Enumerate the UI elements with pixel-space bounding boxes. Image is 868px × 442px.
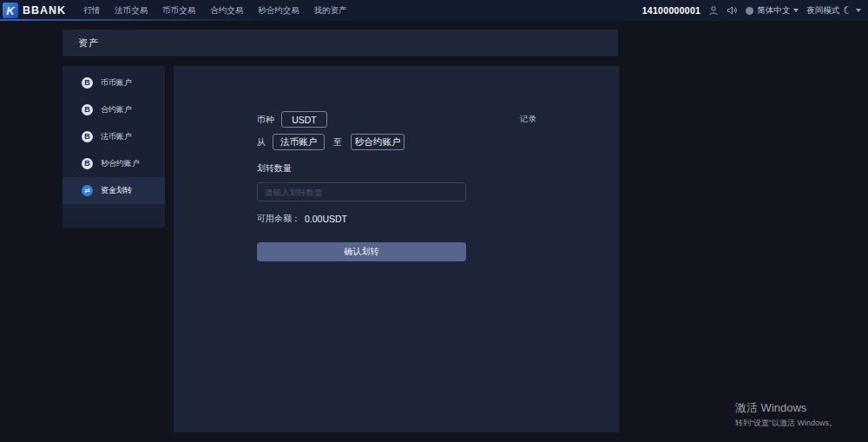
sidebar-item-label: 法币账户 [101, 131, 132, 142]
transfer-form: 币种 USDT 记录 从 法币账户 至 秒合约账户 划转数量 可用余额： 0.0… [257, 111, 621, 261]
transfer-icon: ⇄ [82, 185, 93, 196]
to-account-select[interactable]: 秒合约账户 [351, 134, 404, 150]
coin-icon: B [82, 131, 93, 142]
user-icon[interactable] [708, 5, 719, 16]
nav-item-contract-trade[interactable]: 合约交易 [210, 5, 243, 16]
record-link[interactable]: 记录 [520, 114, 536, 125]
currency-row: 币种 USDT 记录 [257, 111, 621, 128]
nav-right-group: 14100000001 简体中文 夜间模式 ☾ [642, 5, 861, 16]
logo-text: BBANK [23, 4, 66, 16]
chevron-down-icon [793, 9, 799, 12]
theme-mode-selector[interactable]: 夜间模式 ☾ [806, 5, 861, 16]
sidebar-item-fiat-account[interactable]: B 法币账户 [62, 123, 165, 150]
balance-value: 0.00USDT [305, 214, 347, 224]
amount-label: 划转数量 [257, 162, 621, 175]
from-to-row: 从 法币账户 至 秒合约账户 [257, 134, 621, 150]
sidebar-item-label: 币币账户 [101, 77, 132, 89]
nav-item-my-assets[interactable]: 我的资产 [314, 5, 347, 16]
language-selector[interactable]: 简体中文 [746, 5, 799, 16]
currency-select[interactable]: USDT [281, 111, 327, 128]
confirm-transfer-button[interactable]: 确认划转 [257, 242, 466, 261]
globe-icon [746, 7, 753, 15]
watermark-subtitle: 转到“设置”以激活 Windows。 [735, 418, 837, 429]
sidebar-item-label: 合约账户 [101, 104, 132, 115]
account-number: 14100000001 [642, 5, 701, 16]
coin-icon: B [82, 77, 93, 89]
to-label: 至 [333, 136, 342, 148]
language-label: 简体中文 [757, 5, 790, 16]
sidebar-item-contract-account[interactable]: B 合约账户 [62, 96, 165, 123]
logo[interactable]: K BBANK [3, 3, 66, 18]
currency-label: 币种 [257, 114, 274, 126]
coin-icon: B [82, 158, 93, 169]
theme-mode-label: 夜间模式 [806, 5, 839, 16]
watermark-title: 激活 Windows [735, 400, 837, 416]
nav-item-fiat-trade[interactable]: 法币交易 [115, 5, 148, 16]
speaker-icon[interactable] [727, 5, 738, 16]
nav-item-market[interactable]: 行情 [83, 5, 100, 16]
chevron-down-icon [856, 9, 861, 12]
page-title-bar: 资产 [62, 30, 618, 56]
coin-icon: B [82, 104, 93, 115]
nav-menu: 行情 法币交易 币币交易 合约交易 秒合约交易 我的资产 [83, 5, 347, 16]
top-navigation-bar: K BBANK 行情 法币交易 币币交易 合约交易 秒合约交易 我的资产 141… [0, 0, 868, 21]
sidebar-item-label: 秒合约账户 [101, 158, 140, 169]
transfer-panel: 币种 USDT 记录 从 法币账户 至 秒合约账户 划转数量 可用余额： 0.0… [174, 66, 619, 432]
sidebar-item-fund-transfer[interactable]: ⇄ 资金划转 [62, 177, 165, 204]
from-label: 从 [257, 136, 266, 148]
from-account-select[interactable]: 法币账户 [273, 134, 325, 150]
nav-item-second-contract-trade[interactable]: 秒合约交易 [258, 5, 299, 16]
nav-item-spot-trade[interactable]: 币币交易 [162, 5, 195, 16]
moon-icon: ☾ [843, 5, 852, 16]
page-title: 资产 [78, 36, 99, 49]
balance-row: 可用余额： 0.00USDT [257, 213, 621, 225]
balance-label: 可用余额： [257, 213, 300, 225]
sidebar: B 币币账户 B 合约账户 B 法币账户 B 秒合约账户 ⇄ 资金划转 [62, 66, 165, 228]
sidebar-item-label: 资金划转 [101, 185, 132, 196]
windows-activation-watermark: 激活 Windows 转到“设置”以激活 Windows。 [735, 400, 837, 429]
logo-k-icon: K [3, 3, 18, 18]
amount-input[interactable] [257, 182, 466, 201]
sidebar-item-second-contract-account[interactable]: B 秒合约账户 [62, 150, 165, 177]
sidebar-item-spot-account[interactable]: B 币币账户 [62, 69, 165, 96]
